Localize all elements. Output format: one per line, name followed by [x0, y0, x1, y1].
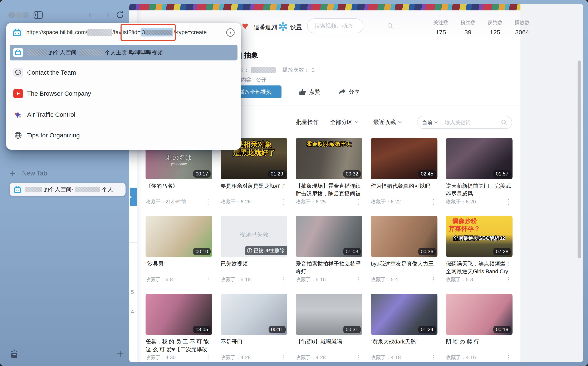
more-menu-icon[interactable]: ⋮: [204, 276, 212, 283]
video-title[interactable]: 雀巢：我 的 员 工 不 可 能 这 么 可 爱♥【二次元爆改: [146, 338, 212, 353]
suggestion-tips-organizing[interactable]: Tips for Organizing: [10, 126, 238, 145]
video-card[interactable]: 00:31 【街霸6】就喝就喝 收藏于：4-28⋮: [296, 294, 362, 362]
sidebar-toggle-icon[interactable]: [33, 11, 43, 19]
suggestion-contact-team[interactable]: Contact the Team: [10, 63, 238, 82]
minimize-window-button[interactable]: [15, 12, 22, 18]
nav-search-input[interactable]: [315, 23, 385, 29]
nav-settings[interactable]: 设置: [290, 23, 302, 31]
duration-badge: 00:31: [343, 326, 361, 333]
search-icon[interactable]: [501, 119, 507, 125]
sort-dropdown[interactable]: 最近收藏: [373, 118, 402, 126]
video-title[interactable]: 逆天萌新提前关门，完美武器尽显威风: [446, 182, 512, 198]
video-thumbnail[interactable]: 13:05: [146, 294, 212, 335]
more-menu-icon[interactable]: ⋮: [354, 354, 362, 361]
video-title[interactable]: 要是相亲对象是黑龙就好了: [221, 182, 287, 190]
video-title[interactable]: 阴 暗 の 爬 行: [446, 338, 512, 346]
more-menu-icon[interactable]: ⋮: [279, 354, 287, 361]
favorited-at: 收藏于：6-22: [371, 198, 401, 205]
video-thumbnail[interactable]: 02:45: [371, 138, 437, 179]
new-tab-button[interactable]: New Tab: [9, 168, 122, 179]
url-bar[interactable]: https://space.bilibili.com//favlist?fid=…: [6, 23, 241, 42]
video-thumbnail[interactable]: 00:19: [446, 294, 512, 335]
video-title[interactable]: 爱音拍素世拍祥子拍立希壁咚灯: [296, 260, 362, 275]
video-card[interactable]: 视频已失效 !已被UP主删除 已失效视频 收藏于：5-18⋮: [221, 216, 287, 285]
video-thumbnail-invalid[interactable]: 视频已失效 !已被UP主删除: [221, 216, 287, 257]
suggestion-browser-company[interactable]: The Browser Company: [10, 84, 238, 103]
more-menu-icon[interactable]: ⋮: [204, 198, 212, 205]
keyword-input[interactable]: [445, 119, 501, 125]
video-title[interactable]: 《你的马名》: [146, 182, 212, 190]
video-title[interactable]: 【抽象现场】霍金直播连续肘击汉尼拔，随后直播间被封: [296, 182, 362, 198]
more-menu-icon[interactable]: ⋮: [204, 354, 212, 361]
video-card[interactable]: 02:45 作为怪猎代餐真的可以吗 收藏于：6-22⋮: [371, 138, 437, 207]
video-thumbnail[interactable]: 00:36: [371, 216, 437, 257]
video-thumbnail[interactable]: 01:57: [446, 138, 512, 179]
video-title[interactable]: 假药满天飞，笑点频频爆！全网最逆天Girls Band Cry解析: [446, 260, 512, 276]
video-thumbnail[interactable]: 霍金铁肘,致敬牢大 00:32: [296, 138, 362, 179]
zoom-window-button[interactable]: [23, 12, 29, 18]
reload-icon[interactable]: [116, 10, 124, 19]
more-menu-icon[interactable]: ⋮: [429, 354, 437, 361]
more-menu-icon[interactable]: ⋮: [504, 354, 512, 361]
search-icon[interactable]: [387, 23, 393, 29]
video-thumbnail[interactable]: 00:11: [221, 294, 287, 335]
more-menu-icon[interactable]: ⋮: [429, 198, 437, 205]
video-card[interactable]: 00:36 byd我这室友是真像大力王 收藏于：5-4⋮: [371, 216, 437, 285]
video-title[interactable]: byd我这室友是真像大力王: [371, 260, 437, 268]
favorited-at: 收藏于：4-16: [446, 354, 476, 361]
video-thumbnail[interactable]: 01:03: [296, 216, 362, 257]
forward-arrow-icon[interactable]: [102, 12, 110, 18]
video-title[interactable]: “黄泉大战dark天鹅”: [371, 338, 437, 346]
category-dropdown[interactable]: 全部分区: [330, 118, 359, 126]
video-card[interactable]: 01:03 爱音拍素世拍祥子拍立希壁咚灯 收藏于：5-15⋮: [296, 216, 362, 285]
more-menu-icon[interactable]: ⋮: [504, 276, 512, 283]
thumb-caption: 霍金铁肘,致敬牢大: [296, 140, 362, 148]
suggestion-air-traffic-control[interactable]: Air Traffic Control: [10, 105, 238, 124]
more-menu-icon[interactable]: ⋮: [354, 276, 362, 283]
more-menu-icon[interactable]: ⋮: [279, 198, 287, 205]
page-scrollbar[interactable]: [578, 61, 581, 259]
duration-badge: 01:29: [268, 170, 286, 178]
new-item-plus-icon[interactable]: [116, 350, 124, 358]
video-card[interactable]: 01:24 “黄泉大战dark天鹅” 收藏于：4-18⋮: [371, 294, 437, 362]
video-card[interactable]: 霍金铁肘,致敬牢大 00:32 【抽象现场】霍金直播连续肘击汉尼拔，随后直播间被…: [296, 138, 362, 207]
nav-search-box[interactable]: [307, 18, 364, 33]
archive-icon[interactable]: [9, 349, 20, 359]
duration-badge: 13:05: [193, 326, 211, 333]
video-card[interactable]: 00:11 不是哥们 收藏于：4-28⋮: [221, 294, 287, 362]
video-card[interactable]: 01:57 逆天萌新提前关门，完美武器尽显威风 收藏于：6-20⋮: [446, 138, 512, 207]
video-card[interactable]: 13:05 雀巢：我 的 员 工 不 可 能 这 么 可 爱♥【二次元爆改 收藏…: [146, 294, 212, 362]
video-card[interactable]: 偶像炒粉 芹菜怀孕？ 全网最逆天GBC解析02 07:28 假药满天飞，笑点频频…: [446, 216, 512, 285]
suggestion-title: 的个人空间-个人主页-哔哩哔哩视频: [27, 49, 163, 56]
more-menu-icon[interactable]: ⋮: [279, 276, 287, 283]
info-icon[interactable]: i: [226, 28, 235, 37]
video-title[interactable]: “沙县男”: [146, 260, 212, 268]
nav-bangumi[interactable]: 追番追剧: [254, 23, 277, 31]
video-thumbnail[interactable]: 01:24: [371, 294, 437, 335]
suggestion-selected[interactable]: 的个人空间-个人主页-哔哩哔哩视频: [10, 45, 238, 61]
share-button[interactable]: 分享: [338, 85, 360, 98]
divider: [129, 242, 137, 243]
keyword-search-box[interactable]: 当前: [417, 116, 512, 129]
video-thumbnail[interactable]: 00:31: [296, 294, 362, 335]
more-menu-icon[interactable]: ⋮: [504, 198, 512, 205]
video-thumbnail[interactable]: 偶像炒粉 芹菜怀孕？ 全网最逆天GBC解析02 07:28: [446, 216, 512, 257]
folder-list-selected-item[interactable]: [130, 188, 137, 206]
video-thumbnail[interactable]: 00:10: [146, 216, 212, 257]
batch-action-button[interactable]: 批量操作: [296, 118, 319, 126]
video-title[interactable]: 作为怪猎代餐真的可以吗: [371, 182, 437, 190]
video-title[interactable]: 【街霸6】就喝就喝: [296, 338, 362, 346]
back-arrow-icon[interactable]: [88, 12, 96, 18]
active-tab[interactable]: 的个人空间·个人…: [10, 183, 125, 196]
video-card[interactable]: 00:10 “沙县男” 收藏于：6-8⋮: [146, 216, 212, 285]
video-title[interactable]: 已失效视频: [221, 260, 287, 268]
close-window-button[interactable]: [8, 12, 15, 18]
more-menu-icon[interactable]: ⋮: [354, 198, 362, 205]
video-card[interactable]: 00:19 阴 暗 の 爬 行 收藏于：4-16⋮: [446, 294, 512, 362]
more-menu-icon[interactable]: ⋮: [429, 276, 437, 283]
scope-dropdown[interactable]: 当前: [422, 119, 438, 126]
like-button[interactable]: 点赞: [299, 85, 320, 98]
invalid-placeholder-text: 视频已失效: [221, 231, 287, 239]
url-text[interactable]: https://space.bilibili.com//favlist?fid=…: [26, 28, 207, 37]
video-title[interactable]: 不是哥们: [221, 338, 287, 346]
